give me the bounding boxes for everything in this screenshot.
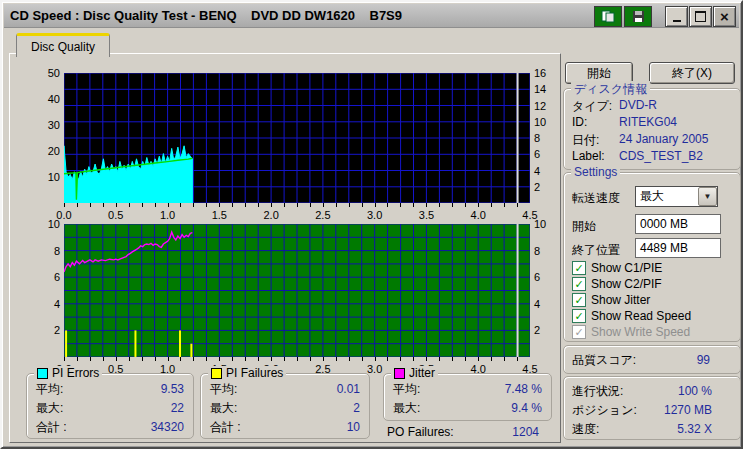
pi-failures-panel: PI Failures 平均:0.01 最大:2 合計 :10: [200, 373, 370, 439]
end-position-label: 終了位置: [572, 242, 620, 259]
disc-type-label: タイプ:: [572, 98, 612, 115]
jitter-panel: Jitter 平均:7.48 % 最大:9.4 %: [383, 373, 552, 421]
close-icon: ×: [720, 8, 729, 25]
checkbox-show-write-speed: ✓Show Write Speed: [572, 325, 690, 339]
maximize-icon: [695, 11, 706, 22]
end-position-input[interactable]: 4489 MB: [635, 238, 721, 258]
speed-row: 速度:5.32 X: [564, 420, 740, 439]
stat-row: 合計 :10: [201, 418, 369, 437]
stat-row: 平均:0.01: [201, 380, 369, 399]
jitter-color-swatch: [394, 368, 405, 379]
chevron-down-icon[interactable]: ▼: [698, 187, 717, 206]
pi-errors-color-swatch: [37, 368, 48, 379]
disc-id-value: RITEKG04: [619, 115, 677, 129]
transfer-speed-select[interactable]: 最大 ▼: [635, 186, 718, 207]
po-failures-row: PO Failures: 1204: [387, 425, 539, 439]
disc-type-value: DVD-R: [619, 98, 657, 112]
jitter-legend: Jitter: [391, 366, 438, 380]
pi-errors-panel: PI Errors 平均:9.53 最大:22 合計 :34320: [26, 373, 194, 439]
exit-button[interactable]: 終了(X): [649, 62, 735, 84]
jitter-legend-label: Jitter: [409, 366, 435, 380]
start-position-input[interactable]: 0000 MB: [635, 214, 721, 234]
maximize-button[interactable]: [689, 6, 712, 27]
po-failures-label: PO Failures:: [387, 425, 454, 439]
disc-date-label: 日付:: [572, 132, 599, 149]
tab-label: Disc Quality: [31, 40, 95, 54]
pi-errors-legend-label: PI Errors: [52, 366, 99, 380]
disk-icon[interactable]: [624, 6, 652, 27]
settings-title: Settings: [571, 165, 620, 179]
minimize-button[interactable]: [665, 6, 688, 27]
position-row: ポジション:1270 MB: [564, 401, 740, 420]
title-bar: CD Speed : Disc Quality Test - BENQ DVD …: [4, 4, 739, 28]
checkbox-icon: ✓: [572, 261, 586, 275]
checkbox-show-read-speed[interactable]: ✓Show Read Speed: [572, 309, 691, 323]
po-failures-value: 1204: [512, 425, 539, 439]
pi-failures-color-swatch: [211, 368, 222, 379]
checkbox-show-c1-pie[interactable]: ✓Show C1/PIE: [572, 261, 662, 275]
checkbox-icon: ✓: [572, 325, 586, 339]
checkbox-show-c2-pif[interactable]: ✓Show C2/PIF: [572, 277, 662, 291]
stat-row: 最大:9.4 %: [384, 399, 551, 418]
progress-row: 進行状況:100 %: [564, 382, 740, 401]
stat-row: 合計 :34320: [27, 418, 193, 437]
disc-info-title: ディスク情報: [571, 81, 650, 98]
disc-label-label: Label:: [572, 149, 605, 163]
quality-score-value: 99: [697, 351, 710, 370]
stat-row: 平均:9.53: [27, 380, 193, 399]
disc-info-group: ディスク情報 タイプ: DVD-R ID: RITEKG04 日付: 24 Ja…: [563, 88, 741, 170]
close-button[interactable]: ×: [713, 6, 736, 27]
quality-score-row: 品質スコア: 99: [564, 351, 740, 370]
disc-id-label: ID:: [572, 115, 587, 129]
checkbox-show-jitter[interactable]: ✓Show Jitter: [572, 293, 650, 307]
app-window: CD Speed : Disc Quality Test - BENQ DVD …: [0, 0, 743, 449]
transfer-speed-value: 最大: [636, 188, 698, 205]
start-position-label: 開始: [572, 218, 596, 235]
clipboard-icon[interactable]: [594, 6, 622, 27]
stat-row: 平均:7.48 %: [384, 380, 551, 399]
quality-score-label: 品質スコア:: [572, 351, 636, 370]
pi-failures-legend: PI Failures: [208, 366, 286, 380]
settings-group: Settings 転送速度 最大 ▼ 開始 0000 MB 終了位置 4489 …: [563, 172, 741, 342]
stat-row: 最大:2: [201, 399, 369, 418]
disk-icon-glyph: [632, 10, 645, 23]
pi-errors-legend: PI Errors: [34, 366, 102, 380]
checkbox-icon: ✓: [572, 293, 586, 307]
clipboard-icon-glyph: [601, 10, 615, 23]
progress-group: 進行状況:100 % ポジション:1270 MB 速度:5.32 X: [563, 376, 741, 440]
quality-score-group: 品質スコア: 99: [563, 345, 741, 374]
disc-label-value: CDS_TEST_B2: [619, 149, 703, 163]
minimize-icon: [673, 20, 681, 22]
transfer-speed-label: 転送速度: [572, 190, 620, 207]
window-title: CD Speed : Disc Quality Test - BENQ DVD …: [4, 8, 402, 23]
checkbox-icon: ✓: [572, 277, 586, 291]
checkbox-icon: ✓: [572, 309, 586, 323]
disc-date-value: 24 January 2005: [619, 132, 708, 146]
tab-disc-quality[interactable]: Disc Quality: [16, 33, 110, 57]
pi-failures-legend-label: PI Failures: [226, 366, 283, 380]
stat-row: 最大:22: [27, 399, 193, 418]
